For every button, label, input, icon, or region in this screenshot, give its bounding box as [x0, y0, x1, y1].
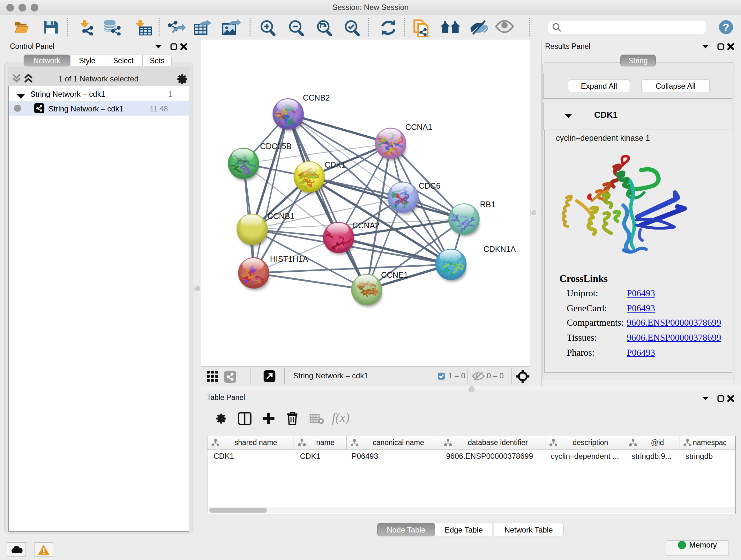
svg-text:CDKN1A: CDKN1A: [483, 245, 516, 253]
svg-text:CCNA1: CCNA1: [405, 123, 432, 132]
svg-text:CDK1: CDK1: [325, 160, 346, 169]
svg-text:RB1: RB1: [480, 200, 495, 209]
svg-text:CCNB1: CCNB1: [267, 212, 294, 221]
svg-text:CCNE1: CCNE1: [381, 270, 408, 279]
svg-text:CCNA2: CCNA2: [352, 221, 380, 230]
svg-text:CCNB2: CCNB2: [303, 93, 330, 102]
svg-text:CDC6: CDC6: [419, 181, 441, 190]
svg-text:HIST1H1A: HIST1H1A: [270, 254, 308, 263]
svg-text:CDC25B: CDC25B: [260, 142, 292, 151]
